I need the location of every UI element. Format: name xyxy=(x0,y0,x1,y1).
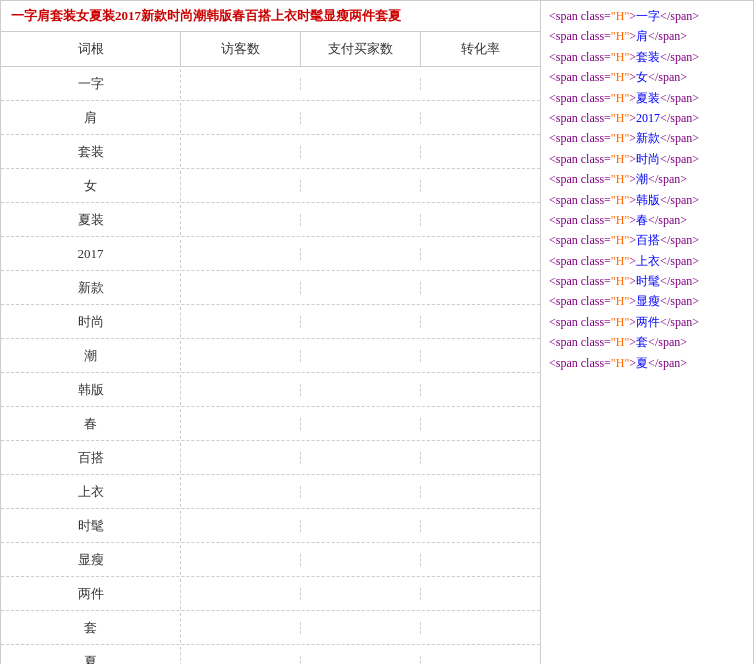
cell-rate xyxy=(421,78,540,90)
span-open-tag: <span class= xyxy=(549,233,611,247)
cell-buyers xyxy=(301,350,421,362)
span-code-line: <span class="H">套</span> xyxy=(549,332,745,352)
table-row: 2017 xyxy=(1,237,540,271)
span-class-val: "H" xyxy=(611,152,629,166)
cell-rate xyxy=(421,622,540,634)
span-inner-text: 一字 xyxy=(636,9,660,23)
span-close-tag: </span> xyxy=(660,233,699,247)
span-class-val: "H" xyxy=(611,335,629,349)
span-inner-text: 显瘦 xyxy=(636,294,660,308)
cell-rate xyxy=(421,520,540,532)
span-code-line: <span class="H">女</span> xyxy=(549,67,745,87)
span-inner-text: 两件 xyxy=(636,315,660,329)
table-row: 女 xyxy=(1,169,540,203)
cell-visitors xyxy=(181,248,301,260)
cell-keyword: 夏装 xyxy=(1,205,181,235)
cell-rate xyxy=(421,486,540,498)
cell-buyers xyxy=(301,384,421,396)
span-class-val: "H" xyxy=(611,172,629,186)
span-close-tag: </span> xyxy=(648,172,687,186)
span-open-tag: <span class= xyxy=(549,152,611,166)
span-code-line: <span class="H">一字</span> xyxy=(549,6,745,26)
cell-keyword: 两件 xyxy=(1,579,181,609)
cell-visitors xyxy=(181,78,301,90)
table-row: 时髦 xyxy=(1,509,540,543)
span-code-line: <span class="H">显瘦</span> xyxy=(549,291,745,311)
cell-rate xyxy=(421,248,540,260)
cell-keyword: 百搭 xyxy=(1,443,181,473)
table-row: 一字 xyxy=(1,67,540,101)
span-open-tag: <span class= xyxy=(549,111,611,125)
span-inner-text: 时尚 xyxy=(636,152,660,166)
cell-buyers xyxy=(301,180,421,192)
span-inner-text: 韩版 xyxy=(636,193,660,207)
span-open-tag: <span class= xyxy=(549,356,611,370)
cell-visitors xyxy=(181,384,301,396)
page-title: 一字肩套装女夏装2017新款时尚潮韩版春百搭上衣时髦显瘦两件套夏 xyxy=(11,8,401,23)
span-open-tag: <span class= xyxy=(549,91,611,105)
span-inner-text: 新款 xyxy=(636,131,660,145)
cell-visitors xyxy=(181,486,301,498)
cell-keyword: 套装 xyxy=(1,137,181,167)
cell-keyword: 上衣 xyxy=(1,477,181,507)
span-open-tag: <span class= xyxy=(549,315,611,329)
cell-visitors xyxy=(181,554,301,566)
cell-buyers xyxy=(301,214,421,226)
span-inner-text: 夏 xyxy=(636,356,648,370)
span-close-tag: </span> xyxy=(660,274,699,288)
cell-rate xyxy=(421,180,540,192)
span-class-val: "H" xyxy=(611,70,629,84)
span-open-tag: <span class= xyxy=(549,9,611,23)
cell-buyers xyxy=(301,112,421,124)
col-header-rate: 转化率 xyxy=(421,32,540,66)
span-class-val: "H" xyxy=(611,254,629,268)
cell-keyword: 时髦 xyxy=(1,511,181,541)
cell-rate xyxy=(421,112,540,124)
cell-buyers xyxy=(301,656,421,665)
cell-rate xyxy=(421,588,540,600)
table-row: 套装 xyxy=(1,135,540,169)
span-code-line: <span class="H">潮</span> xyxy=(549,169,745,189)
cell-keyword: 女 xyxy=(1,171,181,201)
cell-keyword: 一字 xyxy=(1,69,181,99)
table-row: 显瘦 xyxy=(1,543,540,577)
span-open-tag: <span class= xyxy=(549,172,611,186)
span-inner-text: 肩 xyxy=(636,29,648,43)
span-close-tag: </span> xyxy=(660,254,699,268)
span-class-val: "H" xyxy=(611,29,629,43)
cell-rate xyxy=(421,146,540,158)
cell-keyword: 潮 xyxy=(1,341,181,371)
span-inner-text: 夏装 xyxy=(636,91,660,105)
cell-rate xyxy=(421,316,540,328)
cell-keyword: 时尚 xyxy=(1,307,181,337)
table-row: 肩 xyxy=(1,101,540,135)
cell-buyers xyxy=(301,622,421,634)
cell-rate xyxy=(421,214,540,226)
table-row: 两件 xyxy=(1,577,540,611)
right-panel: <span class="H">一字</span><span class="H"… xyxy=(540,0,754,664)
span-code-line: <span class="H">2017</span> xyxy=(549,108,745,128)
span-class-val: "H" xyxy=(611,213,629,227)
cell-buyers xyxy=(301,248,421,260)
span-class-val: "H" xyxy=(611,274,629,288)
span-code-line: <span class="H">两件</span> xyxy=(549,312,745,332)
span-open-tag: <span class= xyxy=(549,294,611,308)
span-inner-text: 女 xyxy=(636,70,648,84)
span-code-line: <span class="H">韩版</span> xyxy=(549,190,745,210)
cell-buyers xyxy=(301,520,421,532)
cell-visitors xyxy=(181,350,301,362)
span-open-tag: <span class= xyxy=(549,29,611,43)
col-header-buyers: 支付买家数 xyxy=(301,32,421,66)
span-open-tag: <span class= xyxy=(549,213,611,227)
span-class-val: "H" xyxy=(611,131,629,145)
cell-visitors xyxy=(181,214,301,226)
cell-visitors xyxy=(181,452,301,464)
table-row: 夏装 xyxy=(1,203,540,237)
table-header: 词根 访客数 支付买家数 转化率 xyxy=(1,32,540,67)
span-inner-text: 潮 xyxy=(636,172,648,186)
span-class-val: "H" xyxy=(611,193,629,207)
span-class-val: "H" xyxy=(611,315,629,329)
span-close-tag: </span> xyxy=(648,356,687,370)
span-close-tag: </span> xyxy=(648,213,687,227)
span-open-tag: <span class= xyxy=(549,50,611,64)
